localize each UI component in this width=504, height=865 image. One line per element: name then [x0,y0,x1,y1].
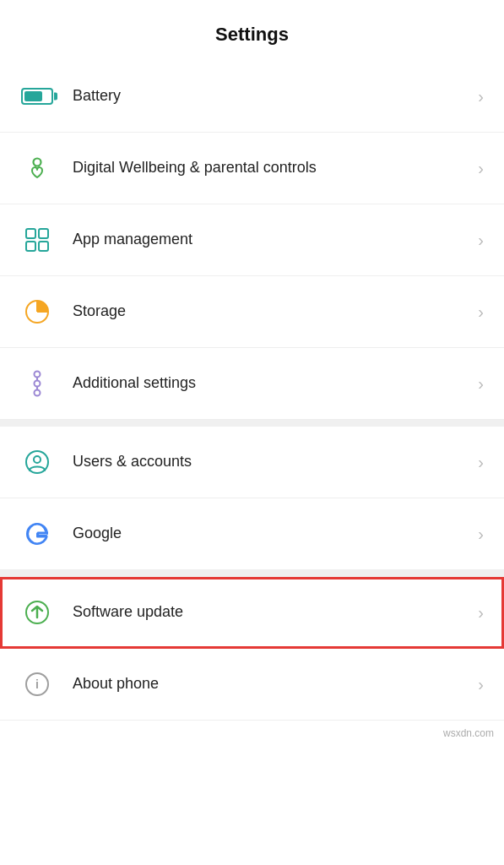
software-update-label: Software update [73,602,471,622]
settings-item-storage[interactable]: Storage › [0,276,504,348]
settings-item-battery[interactable]: Battery › [0,61,504,133]
wellbeing-chevron: › [478,159,484,178]
app-mgmt-chevron: › [478,231,484,250]
storage-chevron: › [478,302,484,322]
google-icon [24,520,51,547]
google-icon-container [17,514,57,554]
additional-settings-chevron: › [478,374,484,394]
settings-list-2: Users & accounts › Google › [0,427,504,570]
app-mgmt-label: App management [73,230,471,249]
users-icon-container [17,442,57,482]
svg-rect-4 [39,242,48,251]
svg-rect-1 [26,229,35,238]
additional-settings-icon-container [17,363,57,404]
settings-item-software-update[interactable]: Software update › [0,577,504,649]
wellbeing-icon [24,155,51,182]
update-icon-container [17,592,57,633]
about-phone-chevron: › [478,675,484,694]
battery-chevron: › [478,87,484,106]
settings-item-app-management[interactable]: App management › [0,204,504,276]
svg-point-8 [35,372,41,378]
google-chevron: › [478,525,484,544]
svg-point-0 [34,159,41,166]
storage-icon-container [17,291,57,332]
additional-settings-label: Additional settings [73,373,471,393]
settings-item-users-accounts[interactable]: Users & accounts › [0,427,504,498]
users-accounts-label: Users & accounts [73,452,471,471]
settings-item-additional-settings[interactable]: Additional settings › [0,348,504,420]
google-label: Google [73,524,471,543]
users-accounts-chevron: › [478,453,484,472]
battery-icon-container [17,76,57,117]
battery-label: Battery [73,86,471,106]
about-phone-label: About phone [73,674,471,694]
settings-item-about-phone[interactable]: i About phone › [0,649,504,721]
battery-icon [21,88,53,105]
settings-item-google[interactable]: Google › [0,498,504,570]
svg-point-14 [34,456,41,463]
settings-list: Battery › Digital Wellbeing & parental c… [0,61,504,420]
app-mgmt-icon-container [17,220,57,260]
additional-settings-icon [27,370,47,397]
settings-list-3: Software update › i About phone › [0,577,504,721]
about-icon: i [24,671,51,698]
svg-rect-3 [26,242,35,251]
divider-1 [0,420,504,427]
wellbeing-icon-container [17,148,57,188]
svg-text:i: i [35,677,39,691]
divider-2 [0,570,504,577]
update-icon [24,599,51,626]
settings-item-digital-wellbeing[interactable]: Digital Wellbeing & parental controls › [0,133,504,204]
software-update-chevron: › [478,603,484,623]
wellbeing-label: Digital Wellbeing & parental controls [73,158,471,177]
storage-icon [24,298,51,325]
about-icon-container: i [17,664,57,705]
app-mgmt-icon [24,226,51,253]
users-icon [24,449,51,476]
svg-rect-2 [39,229,48,238]
storage-label: Storage [73,302,471,321]
svg-point-12 [35,390,41,396]
svg-point-10 [35,381,41,387]
watermark: wsxdn.com [0,721,504,746]
page-title: Settings [0,0,504,61]
